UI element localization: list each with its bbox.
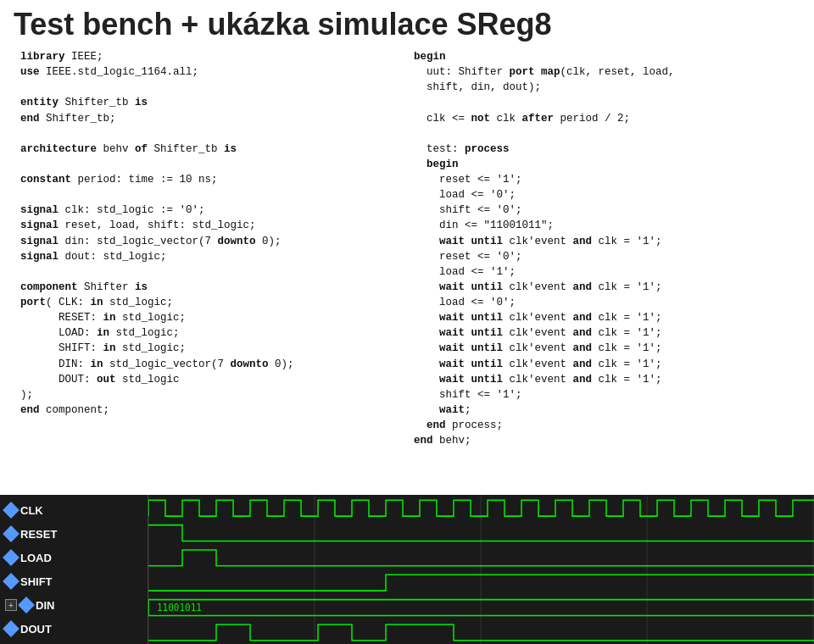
din-expand-icon[interactable]: + xyxy=(5,599,17,611)
reset-diamond-icon xyxy=(3,525,20,542)
shift-label: SHIFT xyxy=(20,575,53,588)
code-left: library IEEE; use IEEE.std_logic_1164.al… xyxy=(14,46,407,495)
shift-diamond-icon xyxy=(3,573,20,590)
signal-row-load: LOAD xyxy=(0,546,148,569)
signal-labels: CLK RESET LOAD SHIFT + DIN DOUT xyxy=(0,495,148,644)
dout-diamond-icon xyxy=(3,620,20,637)
simulation-area: CLK RESET LOAD SHIFT + DIN DOUT xyxy=(0,495,814,644)
signal-row-shift: SHIFT xyxy=(0,569,148,593)
signal-panel: CLK RESET LOAD SHIFT + DIN DOUT xyxy=(0,495,814,644)
clk-diamond-icon xyxy=(3,502,20,519)
code-left-text: library IEEE; use IEEE.std_logic_1164.al… xyxy=(20,51,294,416)
load-label: LOAD xyxy=(20,552,52,564)
waveform-svg: 11001011 xyxy=(148,495,814,644)
signal-row-clk: CLK xyxy=(0,498,148,522)
dout-label: DOUT xyxy=(20,623,52,636)
load-diamond-icon xyxy=(3,549,20,566)
signal-row-reset: RESET xyxy=(0,522,148,546)
code-right-text: begin uut: Shifter port map(clk, reset, … xyxy=(414,51,675,447)
waveform-area: 11001011 xyxy=(148,495,814,644)
din-label: DIN xyxy=(36,599,54,612)
signal-row-din: + DIN xyxy=(0,593,148,617)
svg-text:11001011: 11001011 xyxy=(157,602,202,613)
signal-row-dout: DOUT xyxy=(0,617,148,641)
page-title: Test bench + ukázka simulace SReg8 xyxy=(14,7,800,42)
code-right: begin uut: Shifter port map(clk, reset, … xyxy=(407,46,800,495)
title-bar: Test bench + ukázka simulace SReg8 xyxy=(0,0,814,46)
reset-label: RESET xyxy=(20,528,57,541)
din-diamond-icon xyxy=(18,597,35,613)
clk-label: CLK xyxy=(20,504,43,517)
code-area: library IEEE; use IEEE.std_logic_1164.al… xyxy=(0,46,814,495)
